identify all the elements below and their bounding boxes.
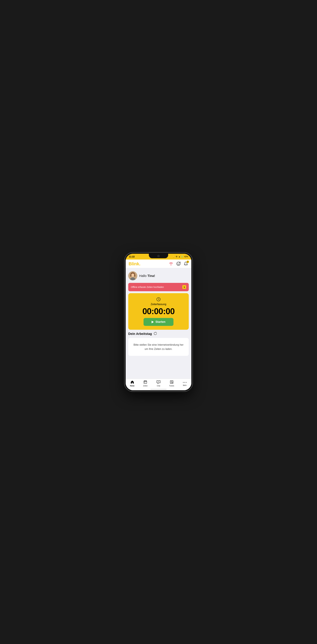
gesture-bar bbox=[126, 388, 191, 390]
avatar bbox=[128, 271, 137, 280]
greeting-prefix: Hallo bbox=[139, 274, 147, 278]
mehr-svg bbox=[183, 381, 187, 384]
svg-point-28 bbox=[186, 382, 187, 383]
tickets-icon bbox=[170, 380, 174, 385]
svg-line-13 bbox=[158, 299, 159, 300]
refresh-button[interactable] bbox=[154, 332, 157, 336]
play-icon bbox=[152, 321, 154, 323]
notification-button[interactable]: 2 bbox=[183, 261, 188, 266]
timer-card: Zeiterfassung 00:00:00 Starten bbox=[128, 293, 189, 330]
battery-icon: ▲ 🔋 bbox=[178, 256, 183, 258]
status-time: 11:22 bbox=[129, 255, 135, 258]
offline-banner-text: Offline erfasste Zeiten hochladen bbox=[131, 286, 164, 288]
signal-icon bbox=[169, 262, 173, 266]
svg-point-2 bbox=[177, 262, 180, 266]
greeting-row: Hallo Tina! bbox=[128, 271, 189, 281]
offline-badge: 1 bbox=[182, 285, 186, 289]
header-icons: 2 bbox=[168, 261, 188, 266]
notch bbox=[149, 254, 168, 258]
logo-dot: . bbox=[139, 261, 140, 266]
mood-button[interactable] bbox=[176, 261, 181, 266]
svg-point-21 bbox=[159, 382, 159, 382]
chat-icon bbox=[156, 380, 161, 385]
svg-point-19 bbox=[158, 382, 158, 382]
greeting-text: Hallo Tina! bbox=[139, 274, 155, 278]
mehr-icon bbox=[183, 380, 187, 384]
section-header: Dein Arbeitstag bbox=[128, 332, 189, 336]
zeiten-svg bbox=[143, 380, 147, 384]
bottom-nav: Home Zeiten bbox=[126, 379, 191, 388]
svg-rect-18 bbox=[144, 382, 145, 382]
info-card-text: Bitte stellen Sie eine Internetverbindun… bbox=[131, 343, 186, 351]
nav-label-zeiten: Zeiten bbox=[143, 385, 148, 387]
status-icons: 🔑 ⚙ bbox=[173, 256, 177, 258]
svg-line-0 bbox=[171, 264, 171, 265]
svg-point-3 bbox=[178, 263, 178, 264]
status-bar: 11:22 🔑 ⚙ ▲ 🔋 42% bbox=[126, 254, 191, 260]
start-label: Starten bbox=[155, 320, 165, 324]
notification-badge: 2 bbox=[187, 260, 189, 263]
nav-label-mehr: Mehr bbox=[183, 384, 187, 386]
svg-point-20 bbox=[158, 382, 159, 382]
timer-display: 00:00:00 bbox=[142, 307, 175, 316]
app-header: Blink. bbox=[126, 260, 191, 268]
svg-point-27 bbox=[184, 382, 185, 383]
signal-button[interactable] bbox=[168, 261, 174, 266]
section-title: Dein Arbeitstag bbox=[128, 332, 152, 336]
home-svg bbox=[130, 380, 134, 384]
nav-label-chat: Chat bbox=[157, 385, 160, 387]
logo: Blink. bbox=[129, 262, 140, 266]
status-bar-right: 🔑 ⚙ ▲ 🔋 42% bbox=[173, 256, 188, 258]
home-icon bbox=[130, 380, 134, 385]
nav-item-zeiten[interactable]: Zeiten bbox=[139, 379, 152, 388]
gesture-line bbox=[150, 389, 167, 390]
zeiten-icon bbox=[143, 380, 147, 385]
nav-item-tickets[interactable]: Tickets bbox=[165, 379, 178, 388]
svg-point-26 bbox=[183, 382, 184, 383]
svg-rect-14 bbox=[144, 381, 147, 384]
svg-point-4 bbox=[179, 263, 179, 264]
start-button[interactable]: Starten bbox=[144, 318, 173, 326]
logo-text: Blink bbox=[129, 261, 139, 266]
app-content: Hallo Tina! Offline erfasste Zeiten hoch… bbox=[126, 268, 191, 379]
svg-point-10 bbox=[134, 274, 135, 277]
mood-icon bbox=[176, 262, 181, 266]
clock-icon bbox=[156, 297, 161, 302]
info-card: Bitte stellen Sie eine Internetverbindun… bbox=[128, 338, 189, 356]
timer-label: Zeiterfassung bbox=[151, 303, 166, 306]
greeting-name: Tina! bbox=[147, 274, 155, 278]
nav-label-home: Home bbox=[130, 385, 135, 387]
battery-percent: 42% bbox=[184, 256, 188, 258]
avatar-image bbox=[128, 271, 137, 280]
nav-item-mehr[interactable]: Mehr bbox=[178, 380, 191, 387]
offline-banner[interactable]: Offline erfasste Zeiten hochladen 1 bbox=[128, 283, 189, 291]
nav-label-tickets: Tickets bbox=[169, 385, 174, 387]
chat-svg bbox=[156, 380, 161, 384]
svg-point-9 bbox=[130, 274, 131, 277]
nav-item-chat[interactable]: Chat bbox=[152, 379, 165, 388]
tickets-svg bbox=[170, 380, 174, 384]
refresh-icon bbox=[154, 332, 157, 335]
camera bbox=[157, 255, 160, 257]
nav-item-home[interactable]: Home bbox=[126, 379, 139, 388]
svg-point-7 bbox=[131, 274, 134, 277]
